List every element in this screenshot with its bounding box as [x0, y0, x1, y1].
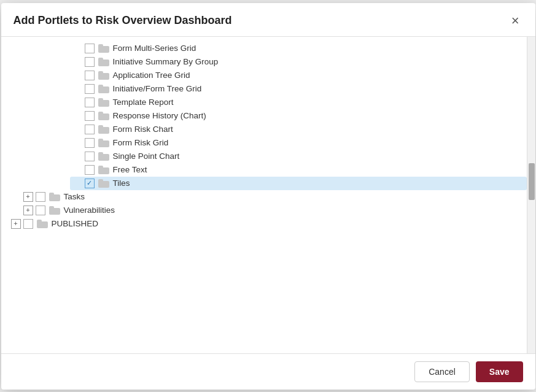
tree-scroll-area[interactable]: Form Multi-Series GridInitiative Summary… [1, 37, 527, 353]
checkbox-initiative-summary[interactable] [85, 57, 95, 67]
tree-row-vulnerabilities[interactable]: +Vulnerabilities [21, 204, 527, 217]
checkbox-template-report[interactable] [85, 98, 95, 107]
item-label-response-history: Response History (Chart) [113, 111, 206, 120]
folder-icon-single-point-chart [98, 152, 109, 161]
checkbox-vulnerabilities[interactable] [36, 206, 45, 215]
folder-icon-form-risk-chart [98, 125, 109, 134]
tree-row-single-point-chart[interactable]: Single Point Chart [70, 150, 527, 163]
modal-title: Add Portlets to Risk Overview Dashboard [14, 14, 232, 27]
item-label-vulnerabilities: Vulnerabilities [64, 206, 115, 215]
item-label-form-risk-chart: Form Risk Chart [113, 125, 173, 134]
checkbox-initiative-form-tree[interactable] [85, 84, 95, 94]
tree-row-initiative-form-tree[interactable]: Initiative/Form Tree Grid [70, 82, 527, 96]
folder-icon-form-risk-grid [98, 139, 109, 147]
tree-row-free-text[interactable]: Free Text [70, 163, 527, 177]
tree-row-published[interactable]: +PUBLISHED [9, 217, 527, 231]
item-label-form-risk-grid: Form Risk Grid [113, 138, 169, 147]
tree-row-tiles[interactable]: ✓Tiles [70, 177, 527, 190]
folder-icon-tasks [49, 193, 60, 201]
add-portlets-modal: Add Portlets to Risk Overview Dashboard … [1, 3, 535, 390]
tree-row-application-tree-grid[interactable]: Application Tree Grid [70, 69, 527, 82]
tree-row-initiative-summary[interactable]: Initiative Summary By Group [70, 55, 527, 69]
checkbox-published[interactable] [23, 219, 33, 229]
folder-icon-tiles [98, 179, 109, 188]
folder-icon-form-multi-series-grid [98, 44, 109, 53]
checkbox-free-text[interactable] [85, 165, 95, 175]
item-label-published: PUBLISHED [52, 219, 99, 228]
checkbox-tasks[interactable] [36, 192, 45, 202]
checkbox-tiles[interactable]: ✓ [85, 179, 95, 188]
expand-button-tasks[interactable]: + [23, 192, 33, 202]
checkbox-form-risk-chart[interactable] [85, 125, 95, 134]
tree-row-form-multi-series-grid[interactable]: Form Multi-Series Grid [70, 42, 527, 55]
item-label-form-multi-series-grid: Form Multi-Series Grid [113, 44, 196, 53]
folder-icon-published [37, 220, 48, 228]
item-label-free-text: Free Text [113, 165, 147, 174]
item-label-initiative-form-tree: Initiative/Form Tree Grid [113, 84, 202, 93]
checkbox-response-history[interactable] [85, 111, 95, 121]
tree-row-form-risk-grid[interactable]: Form Risk Grid [70, 136, 527, 150]
modal-overlay: Add Portlets to Risk Overview Dashboard … [0, 0, 536, 392]
checkbox-form-risk-grid[interactable] [85, 138, 95, 148]
item-label-tiles: Tiles [113, 179, 130, 188]
folder-icon-initiative-summary [98, 58, 109, 66]
folder-icon-initiative-form-tree [98, 85, 109, 93]
modal-footer: Cancel Save [1, 353, 535, 390]
cancel-button[interactable]: Cancel [414, 361, 470, 382]
scrollbar-track[interactable] [527, 37, 535, 353]
folder-icon-response-history [98, 112, 109, 120]
scrollbar-thumb[interactable] [529, 163, 535, 200]
checkbox-form-multi-series-grid[interactable] [85, 44, 95, 53]
tree-row-form-risk-chart[interactable]: Form Risk Chart [70, 123, 527, 136]
folder-icon-template-report [98, 98, 109, 107]
expand-button-published[interactable]: + [11, 219, 21, 229]
tree-row-template-report[interactable]: Template Report [70, 96, 527, 109]
folder-icon-application-tree-grid [98, 71, 109, 80]
item-label-initiative-summary: Initiative Summary By Group [113, 57, 219, 66]
save-button[interactable]: Save [476, 361, 523, 382]
checkbox-single-point-chart[interactable] [85, 152, 95, 161]
close-button[interactable]: × [508, 13, 523, 29]
checkbox-application-tree-grid[interactable] [85, 71, 95, 80]
tree-row-tasks[interactable]: +Tasks [21, 190, 527, 204]
modal-body: Form Multi-Series GridInitiative Summary… [1, 37, 535, 353]
item-label-tasks: Tasks [64, 192, 85, 201]
modal-header: Add Portlets to Risk Overview Dashboard … [1, 3, 535, 37]
item-label-single-point-chart: Single Point Chart [113, 152, 180, 161]
expand-button-vulnerabilities[interactable]: + [23, 206, 33, 215]
tree-row-response-history[interactable]: Response History (Chart) [70, 109, 527, 123]
item-label-application-tree-grid: Application Tree Grid [113, 71, 190, 80]
folder-icon-free-text [98, 166, 109, 174]
folder-icon-vulnerabilities [49, 206, 60, 215]
item-label-template-report: Template Report [113, 98, 174, 107]
